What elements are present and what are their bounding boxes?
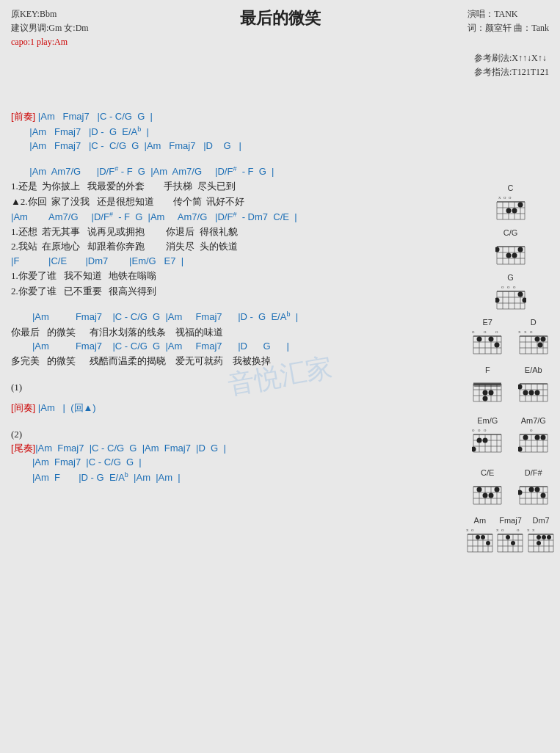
ch-lyric2: 多完美 的微笑 残酷而温柔的揭晓 爱无可就药 我被换掉	[11, 354, 466, 368]
chord-E7: E7 o o o	[472, 318, 503, 358]
chord-G-diagram: o o o	[495, 283, 526, 310]
svg-point-61	[495, 343, 500, 348]
verse1-section: |Am Am7/G |D/F# - F G |Am Am7/G |D/F# - …	[11, 164, 466, 298]
svg-text:x: x	[527, 527, 530, 533]
capo-info: capo:1 play:Am	[11, 35, 89, 49]
chord-Am7G: Am7/G o	[518, 416, 549, 461]
chord-F-diagram	[472, 375, 503, 406]
meta-left: 原KEY:Bbm 建议男调:Gm 女:Dm capo:1 play:Am	[11, 7, 89, 50]
intro-line2: |Am Fmaj7 |D - G E/Ab |	[11, 124, 466, 139]
singer-info: 演唱：TANK	[468, 7, 549, 21]
chord-row-F-EAb: F E/Ab	[465, 365, 556, 413]
chord-DFsh: D/F#	[518, 468, 549, 509]
svg-point-103	[523, 390, 528, 396]
svg-point-59	[477, 337, 482, 342]
svg-point-77	[537, 343, 542, 348]
v1-lyric3b: 2.你爱了谁 已不重要 很高兴得到	[11, 284, 466, 299]
svg-point-89	[483, 390, 488, 396]
chords-panel: C x o o C/G	[465, 183, 556, 564]
meta-right: 演唱：TANK 词：颜室轩 曲：Tank	[468, 7, 549, 35]
svg-point-45	[522, 298, 526, 303]
ch-chord1: |Am Fmaj7 |C - C/G G |Am Fmaj7 |D - G E/…	[11, 310, 466, 324]
chorus-section: |Am Fmaj7 |C - C/G G |Am Fmaj7 |D - G E/…	[11, 310, 466, 368]
marker-1: (1)	[11, 380, 466, 395]
interlude-line: [间奏] |Am | (回▲)	[11, 401, 466, 415]
chord-Am7G-diagram: o	[518, 426, 549, 458]
svg-point-76	[540, 337, 545, 342]
chord-G: G o o o	[465, 273, 556, 313]
svg-text:o: o	[530, 329, 533, 335]
chord-D: D x x o	[518, 318, 549, 358]
svg-point-164	[540, 493, 545, 498]
svg-point-133	[518, 447, 523, 452]
svg-point-209	[547, 535, 551, 539]
intro-line1: [前奏] |Am Fmaj7 |C - C/G G |	[11, 110, 466, 123]
marker-2: (2)	[11, 427, 466, 442]
svg-point-120	[477, 438, 482, 443]
svg-text:o: o	[495, 329, 498, 335]
svg-text:o: o	[507, 284, 510, 290]
svg-point-179	[486, 541, 490, 545]
svg-point-28	[506, 253, 511, 258]
chord-EAb-diagram	[518, 375, 549, 406]
svg-point-150	[489, 493, 494, 498]
v1-chord2: |Am Am7/G |D/F# - F G |Am Am7/G |D/F# - …	[11, 209, 466, 224]
chord-row-E7-D: E7 o o o D x	[465, 318, 556, 363]
chord-F: F	[472, 365, 503, 409]
svg-text:o: o	[472, 427, 475, 433]
main-content: [前奏] |Am Fmaj7 |C - C/G G | |Am Fmaj7 |D…	[11, 110, 466, 484]
svg-text:o: o	[478, 427, 481, 433]
svg-point-26	[495, 247, 500, 252]
svg-point-194	[511, 541, 515, 545]
svg-rect-88	[473, 384, 501, 387]
svg-point-134	[523, 435, 528, 440]
svg-text:x: x	[498, 194, 501, 200]
svg-text:x: x	[532, 527, 535, 533]
svg-point-119	[472, 447, 476, 452]
chord-CE: C/E	[472, 468, 503, 509]
chord-CG: C/G	[465, 228, 556, 269]
svg-point-147	[477, 487, 482, 492]
ch-chord2: |Am Fmaj7 |C - C/G G |Am Fmaj7 |D G |	[11, 340, 466, 353]
svg-point-148	[495, 487, 500, 492]
svg-point-43	[495, 298, 500, 303]
outro-line2: |Am Fmaj7 |C - C/G G |	[11, 456, 466, 469]
chord-row-Am-Fmaj7-Dm7: Am x o Fmaj7 x	[465, 516, 556, 561]
svg-text:o: o	[509, 194, 512, 200]
svg-text:x: x	[518, 329, 521, 335]
svg-point-44	[517, 292, 523, 297]
svg-point-135	[534, 435, 539, 440]
chord-Am-diagram: x o	[466, 525, 494, 553]
svg-point-193	[506, 535, 510, 539]
svg-point-178	[481, 535, 485, 539]
svg-text:o: o	[484, 329, 487, 335]
intro-line3: |Am Fmaj7 |C - C/G G |Am Fmaj7 |D G |	[11, 139, 466, 153]
svg-text:o: o	[530, 427, 533, 433]
svg-text:o: o	[484, 427, 487, 433]
v1-chord3: |F |C/E |Dm7 |Em/G E7 |	[11, 255, 466, 268]
svg-text:o: o	[472, 329, 475, 335]
svg-point-105	[534, 390, 539, 396]
chord-EmG: Em/G o o o	[472, 416, 503, 461]
v1-chord1: |Am Am7/G |D/F# - F G |Am Am7/G |D/F# - …	[11, 164, 466, 179]
ch-lyric1: 你最后 的微笑 有泪水划落的线条 视福的味道	[11, 325, 466, 340]
intro-section: [前奏] |Am Fmaj7 |C - C/G G | |Am Fmaj7 |D…	[11, 110, 466, 153]
svg-point-15	[512, 208, 517, 214]
svg-text:o: o	[513, 284, 516, 290]
svg-text:o: o	[501, 527, 504, 533]
svg-point-29	[512, 253, 517, 258]
v1-lyric1b: ▲2.你回 家了没我 还是很想知道 传个简 讯好不好	[11, 194, 466, 209]
svg-point-102	[518, 385, 523, 390]
chord-Fmaj7-diagram: x o o	[496, 525, 524, 553]
svg-point-104	[528, 390, 534, 396]
chord-EAb: E/Ab	[518, 365, 549, 409]
svg-point-208	[542, 535, 546, 539]
svg-point-149	[483, 493, 488, 498]
svg-point-60	[489, 337, 494, 342]
svg-point-162	[528, 487, 534, 492]
svg-text:x: x	[466, 527, 469, 533]
key-info: 原KEY:Bbm	[11, 7, 89, 21]
svg-point-14	[506, 208, 511, 214]
svg-text:o: o	[517, 527, 520, 533]
v1-lyric2b: 2.我站 在原地心 却跟着你奔跑 消失尽 头的铁道	[11, 239, 466, 254]
